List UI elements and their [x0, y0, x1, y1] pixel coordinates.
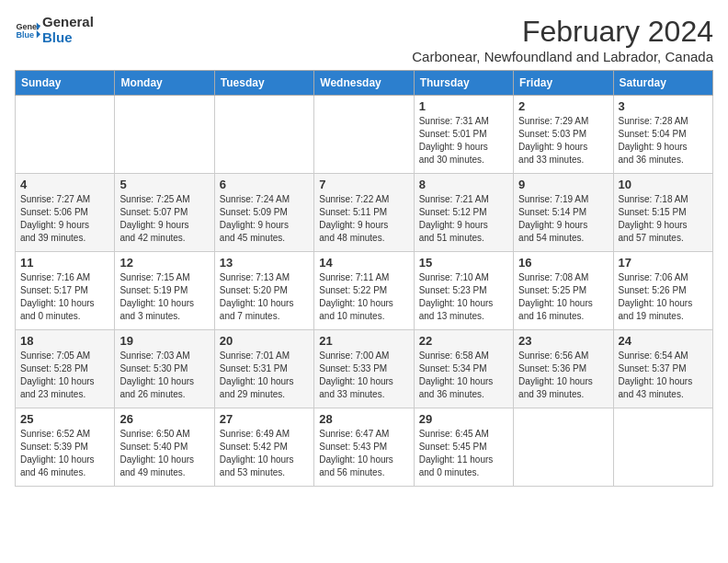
day-info: Sunrise: 7:01 AM Sunset: 5:31 PM Dayligh…: [220, 350, 309, 401]
day-info: Sunrise: 7:05 AM Sunset: 5:28 PM Dayligh…: [20, 350, 109, 401]
day-number: 21: [319, 334, 408, 348]
day-cell: 10Sunrise: 7:18 AM Sunset: 5:15 PM Dayli…: [613, 174, 712, 252]
day-cell: [16, 96, 115, 174]
logo: General Blue General Blue: [15, 15, 94, 45]
calendar-header-row: Sunday Monday Tuesday Wednesday Thursday…: [16, 71, 713, 96]
day-number: 29: [419, 412, 508, 426]
day-cell: 6Sunrise: 7:24 AM Sunset: 5:09 PM Daylig…: [214, 174, 313, 252]
header-monday: Monday: [115, 71, 214, 96]
day-number: 24: [619, 334, 708, 348]
day-number: 28: [319, 412, 408, 426]
day-cell: 26Sunrise: 6:50 AM Sunset: 5:40 PM Dayli…: [115, 408, 214, 487]
day-info: Sunrise: 7:29 AM Sunset: 5:03 PM Dayligh…: [518, 115, 608, 167]
day-cell: 11Sunrise: 7:16 AM Sunset: 5:17 PM Dayli…: [16, 252, 115, 330]
day-info: Sunrise: 7:06 AM Sunset: 5:26 PM Dayligh…: [619, 271, 708, 323]
day-number: 4: [20, 178, 109, 191]
day-cell: 7Sunrise: 7:22 AM Sunset: 5:11 PM Daylig…: [314, 174, 414, 252]
title-area: February 2024 Carbonear, Newfoundland an…: [412, 15, 713, 64]
day-number: 23: [518, 334, 608, 348]
day-info: Sunrise: 7:10 AM Sunset: 5:23 PM Dayligh…: [419, 271, 508, 323]
logo-icon: General Blue: [15, 17, 40, 43]
day-info: Sunrise: 7:28 AM Sunset: 5:04 PM Dayligh…: [619, 115, 708, 167]
day-number: 11: [20, 256, 109, 270]
day-info: Sunrise: 6:52 AM Sunset: 5:39 PM Dayligh…: [20, 428, 109, 479]
day-cell: 21Sunrise: 7:00 AM Sunset: 5:33 PM Dayli…: [314, 330, 414, 408]
day-cell: 20Sunrise: 7:01 AM Sunset: 5:31 PM Dayli…: [214, 330, 313, 408]
week-row-2: 4Sunrise: 7:27 AM Sunset: 5:06 PM Daylig…: [16, 174, 713, 252]
header-friday: Friday: [514, 71, 613, 96]
day-info: Sunrise: 6:49 AM Sunset: 5:42 PM Dayligh…: [220, 428, 309, 479]
day-cell: 18Sunrise: 7:05 AM Sunset: 5:28 PM Dayli…: [16, 330, 115, 408]
day-number: 10: [619, 178, 708, 191]
day-number: 18: [20, 334, 109, 348]
header-tuesday: Tuesday: [214, 71, 313, 96]
day-info: Sunrise: 7:22 AM Sunset: 5:11 PM Dayligh…: [319, 193, 408, 245]
calendar-table: Sunday Monday Tuesday Wednesday Thursday…: [15, 70, 713, 487]
day-number: 8: [419, 178, 508, 191]
day-number: 26: [119, 412, 209, 426]
day-cell: 16Sunrise: 7:08 AM Sunset: 5:25 PM Dayli…: [514, 252, 613, 330]
day-cell: 2Sunrise: 7:29 AM Sunset: 5:03 PM Daylig…: [514, 96, 613, 174]
day-cell: [115, 96, 214, 174]
day-number: 12: [119, 256, 209, 270]
day-info: Sunrise: 7:08 AM Sunset: 5:25 PM Dayligh…: [518, 271, 608, 323]
day-number: 9: [518, 178, 608, 191]
day-cell: 19Sunrise: 7:03 AM Sunset: 5:30 PM Dayli…: [115, 330, 214, 408]
day-cell: 27Sunrise: 6:49 AM Sunset: 5:42 PM Dayli…: [214, 408, 313, 487]
logo-line2: Blue: [42, 30, 94, 46]
day-info: Sunrise: 6:58 AM Sunset: 5:34 PM Dayligh…: [419, 350, 508, 401]
day-info: Sunrise: 6:56 AM Sunset: 5:36 PM Dayligh…: [518, 350, 608, 401]
header-wednesday: Wednesday: [314, 71, 414, 96]
day-cell: 24Sunrise: 6:54 AM Sunset: 5:37 PM Dayli…: [613, 330, 712, 408]
day-cell: [613, 408, 712, 487]
day-cell: 23Sunrise: 6:56 AM Sunset: 5:36 PM Dayli…: [514, 330, 613, 408]
location-subtitle: Carbonear, Newfoundland and Labrador, Ca…: [412, 49, 713, 64]
day-info: Sunrise: 7:31 AM Sunset: 5:01 PM Dayligh…: [419, 115, 508, 167]
page-header: General Blue General Blue February 2024 …: [15, 15, 713, 64]
week-row-1: 1Sunrise: 7:31 AM Sunset: 5:01 PM Daylig…: [16, 96, 713, 174]
day-info: Sunrise: 7:19 AM Sunset: 5:14 PM Dayligh…: [518, 193, 608, 245]
day-number: 17: [619, 256, 708, 270]
day-number: 15: [419, 256, 508, 270]
day-number: 19: [119, 334, 209, 348]
day-info: Sunrise: 7:18 AM Sunset: 5:15 PM Dayligh…: [619, 193, 708, 245]
logo-line1: General: [42, 15, 94, 30]
svg-text:Blue: Blue: [16, 30, 34, 40]
day-cell: 22Sunrise: 6:58 AM Sunset: 5:34 PM Dayli…: [414, 330, 513, 408]
day-number: 5: [119, 178, 209, 191]
day-cell: 15Sunrise: 7:10 AM Sunset: 5:23 PM Dayli…: [414, 252, 513, 330]
day-cell: 9Sunrise: 7:19 AM Sunset: 5:14 PM Daylig…: [514, 174, 613, 252]
month-title: February 2024: [412, 15, 713, 49]
day-info: Sunrise: 7:25 AM Sunset: 5:07 PM Dayligh…: [119, 193, 209, 245]
day-info: Sunrise: 7:15 AM Sunset: 5:19 PM Dayligh…: [119, 271, 209, 323]
day-number: 27: [220, 412, 309, 426]
week-row-4: 18Sunrise: 7:05 AM Sunset: 5:28 PM Dayli…: [16, 330, 713, 408]
day-cell: 1Sunrise: 7:31 AM Sunset: 5:01 PM Daylig…: [414, 96, 513, 174]
day-info: Sunrise: 7:27 AM Sunset: 5:06 PM Dayligh…: [20, 193, 109, 245]
day-number: 13: [220, 256, 309, 270]
week-row-3: 11Sunrise: 7:16 AM Sunset: 5:17 PM Dayli…: [16, 252, 713, 330]
day-cell: [314, 96, 414, 174]
day-info: Sunrise: 7:00 AM Sunset: 5:33 PM Dayligh…: [319, 350, 408, 401]
week-row-5: 25Sunrise: 6:52 AM Sunset: 5:39 PM Dayli…: [16, 408, 713, 487]
day-cell: 13Sunrise: 7:13 AM Sunset: 5:20 PM Dayli…: [214, 252, 313, 330]
day-cell: 4Sunrise: 7:27 AM Sunset: 5:06 PM Daylig…: [16, 174, 115, 252]
day-info: Sunrise: 7:13 AM Sunset: 5:20 PM Dayligh…: [220, 271, 309, 323]
day-cell: [514, 408, 613, 487]
day-cell: 29Sunrise: 6:45 AM Sunset: 5:45 PM Dayli…: [414, 408, 513, 487]
day-info: Sunrise: 6:54 AM Sunset: 5:37 PM Dayligh…: [619, 350, 708, 401]
day-cell: 28Sunrise: 6:47 AM Sunset: 5:43 PM Dayli…: [314, 408, 414, 487]
day-info: Sunrise: 7:03 AM Sunset: 5:30 PM Dayligh…: [119, 350, 209, 401]
day-number: 25: [20, 412, 109, 426]
header-thursday: Thursday: [414, 71, 513, 96]
day-number: 2: [518, 99, 608, 113]
day-info: Sunrise: 6:47 AM Sunset: 5:43 PM Dayligh…: [319, 428, 408, 479]
header-sunday: Sunday: [16, 71, 115, 96]
day-cell: 8Sunrise: 7:21 AM Sunset: 5:12 PM Daylig…: [414, 174, 513, 252]
day-cell: 5Sunrise: 7:25 AM Sunset: 5:07 PM Daylig…: [115, 174, 214, 252]
day-info: Sunrise: 7:11 AM Sunset: 5:22 PM Dayligh…: [319, 271, 408, 323]
day-cell: 17Sunrise: 7:06 AM Sunset: 5:26 PM Dayli…: [613, 252, 712, 330]
day-number: 14: [319, 256, 408, 270]
day-cell: 3Sunrise: 7:28 AM Sunset: 5:04 PM Daylig…: [613, 96, 712, 174]
day-info: Sunrise: 7:21 AM Sunset: 5:12 PM Dayligh…: [419, 193, 508, 245]
